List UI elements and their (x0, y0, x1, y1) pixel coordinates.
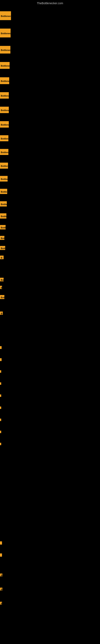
bar-row: Bottleneck resu (0, 62, 10, 69)
bar-row (0, 394, 2, 397)
bar-row (0, 346, 2, 349)
bar-row: Bottlenec (0, 225, 6, 230)
bar-row (0, 382, 2, 385)
bar-row: Bottleneck resu (0, 46, 11, 54)
bar-row: Bott (0, 295, 5, 299)
bar-label: Bottleneck re (0, 189, 7, 194)
bar-row (0, 406, 2, 409)
bar-row: Bottleneck resu (0, 135, 9, 141)
bar-row: Bottleneck result (0, 28, 11, 38)
bar-label: Bottleneck resu (0, 135, 8, 141)
bar-row (0, 554, 3, 557)
bar-row: Bo (0, 278, 4, 281)
bar-track (0, 443, 1, 445)
bar-track (0, 370, 1, 373)
bar-track (0, 554, 2, 557)
bar-label: B (0, 588, 2, 590)
bar-track (0, 431, 1, 433)
bar-label: Bo (0, 278, 3, 281)
bar-track (0, 406, 1, 409)
bar-row: Bottleneck resu (0, 92, 10, 98)
bar-label: Bottleneck resu (0, 92, 9, 98)
bar-row (0, 443, 2, 445)
bar-track (0, 418, 1, 421)
bar-row (0, 431, 2, 433)
bar-row: Bottleneck result (0, 11, 12, 20)
bar-row: B (0, 286, 3, 289)
bar-label: Bottleneck re (0, 213, 6, 218)
bar-row: B (0, 574, 3, 576)
bar-row: B (0, 588, 3, 590)
bar-row: B (0, 256, 4, 259)
bar-track (0, 394, 1, 397)
bar-label: Bott (0, 236, 4, 240)
bar-row (0, 370, 2, 373)
bar-label: B (0, 256, 3, 259)
bar-label: Bott (0, 295, 4, 299)
bar-track (0, 382, 1, 385)
bar-row: B (0, 312, 3, 315)
bar-row: Bottleneck resu (0, 107, 10, 113)
bar-row (0, 418, 2, 421)
bar-row: Bottleneck resu (0, 162, 9, 169)
bar-label: Bottleneck re (0, 201, 7, 206)
bar-label: Bottlenec (0, 225, 6, 230)
bar-row: B (0, 602, 3, 604)
bar-label: Bottleneck resu (0, 107, 9, 113)
bar-row: Bottleneck re (0, 201, 8, 206)
bar-label: Bottleneck res (0, 176, 8, 182)
bar-label: Bottleneck resu (0, 62, 10, 69)
bar-label: B (0, 286, 2, 289)
bar-row: Bott (0, 236, 5, 240)
bar-label: Bottleneck resu (0, 121, 9, 128)
bar-track (0, 541, 2, 544)
bar-label: Bottlen (0, 246, 5, 250)
bar-row: Bottleneck res (0, 176, 8, 182)
bar-track (0, 346, 1, 349)
bar-row (0, 358, 2, 361)
bar-label: B (0, 574, 2, 576)
bar-row: Bottlen (0, 246, 6, 250)
bar-label: Bottleneck resu (0, 46, 10, 54)
bar-label: Bottleneck resu (0, 162, 8, 169)
bar-row: Bottleneck re (0, 189, 8, 194)
bar-row: Bottleneck resu (0, 149, 9, 155)
site-title: TheBottlenecker.com (0, 0, 100, 6)
bar-track (0, 358, 1, 361)
bar-row: Bottleneck re (0, 213, 7, 218)
bar-label: B (0, 602, 2, 604)
bar-label: Bottleneck resu (0, 149, 8, 155)
bar-label: Bottleneck resu (0, 77, 9, 84)
bar-label: Bottleneck result (0, 28, 11, 38)
bar-row: Bottleneck resu (0, 121, 10, 128)
bar-row (0, 541, 3, 544)
bar-row: Bottleneck resu (0, 77, 10, 84)
bar-label: B (0, 312, 3, 315)
bar-label: Bottleneck result (0, 11, 11, 20)
